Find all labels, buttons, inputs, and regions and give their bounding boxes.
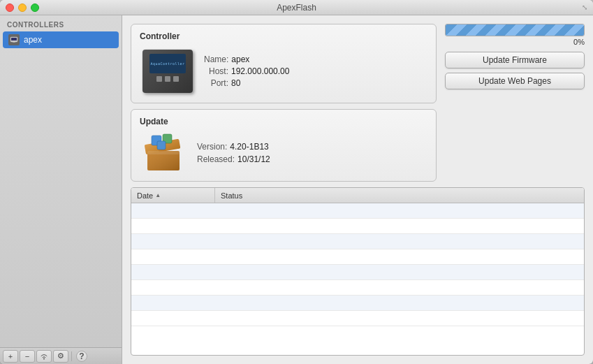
log-row xyxy=(131,296,584,311)
app-window: ApexFlash ⤡ CONTROLLERS apex xyxy=(0,0,593,364)
log-table: Date ▲ Status xyxy=(131,187,585,356)
gear-icon: ⚙ xyxy=(57,351,64,361)
port-label: Port: xyxy=(204,78,228,88)
device-btn-3 xyxy=(173,76,179,82)
device-screen: AquaController xyxy=(149,54,186,73)
update-info: Version: 4.20-1B13 Released: 10/31/12 xyxy=(197,142,270,164)
log-table-body xyxy=(131,203,584,355)
wifi-button[interactable] xyxy=(36,350,52,363)
progress-container: 0% xyxy=(445,24,585,46)
info-row-host: Host: 192.000.000.00 xyxy=(204,66,289,76)
top-section: Controller AquaController xyxy=(131,24,585,182)
progress-bar xyxy=(445,24,585,36)
device-btn-2 xyxy=(165,76,170,82)
controller-info: Name: apex Host: 192.000.000.00 Port: 80 xyxy=(204,54,289,88)
sidebar: CONTROLLERS apex + − xyxy=(0,15,122,364)
controller-icon: AquaController xyxy=(140,47,196,96)
right-panel: 0% Update Firmware Update Web Pages xyxy=(445,24,585,89)
host-value: 192.000.000.00 xyxy=(231,66,289,76)
update-row-version: Version: 4.20-1B13 xyxy=(197,142,270,152)
port-value: 80 xyxy=(231,78,240,88)
device-buttons xyxy=(156,76,179,82)
main-layout: CONTROLLERS apex + − xyxy=(0,15,593,364)
progress-percent: 0% xyxy=(573,38,585,46)
sidebar-item-apex[interactable]: apex xyxy=(3,31,119,48)
add-controller-button[interactable]: + xyxy=(3,350,18,363)
log-row xyxy=(131,311,584,326)
controller-panel: Controller AquaController xyxy=(131,24,437,103)
minimize-button[interactable] xyxy=(18,3,27,12)
log-col-date-header[interactable]: Date ▲ xyxy=(131,188,215,203)
package-icon xyxy=(143,133,185,173)
version-value: 4.20-1B13 xyxy=(230,142,268,152)
wifi-icon xyxy=(40,353,48,360)
log-table-header: Date ▲ Status xyxy=(131,188,584,203)
update-row-released: Released: 10/31/12 xyxy=(197,154,270,164)
device-image: AquaController xyxy=(142,50,193,93)
toolbar-separator xyxy=(71,351,72,361)
log-row xyxy=(131,249,584,265)
svg-rect-10 xyxy=(157,141,166,150)
device-icon xyxy=(8,34,20,45)
settings-button[interactable]: ⚙ xyxy=(53,350,68,363)
update-panel-title: Update xyxy=(140,117,427,126)
maximize-button[interactable] xyxy=(31,3,39,12)
svg-rect-1 xyxy=(11,38,17,41)
name-value: apex xyxy=(231,54,249,64)
version-label: Version: xyxy=(197,142,227,152)
close-button[interactable] xyxy=(6,3,14,12)
log-col-status-header[interactable]: Status xyxy=(215,188,584,203)
help-button[interactable]: ? xyxy=(76,351,87,362)
sidebar-toolbar: + − ⚙ ? xyxy=(0,347,122,364)
sidebar-item-label: apex xyxy=(24,35,42,45)
window-controls xyxy=(6,3,39,12)
sidebar-header: CONTROLLERS xyxy=(0,15,122,31)
resize-icon: ⤡ xyxy=(582,3,587,11)
log-row xyxy=(131,203,584,219)
info-row-name: Name: apex xyxy=(204,54,289,64)
title-bar: ApexFlash ⤡ xyxy=(0,0,593,15)
update-firmware-button[interactable]: Update Firmware xyxy=(445,52,585,68)
sort-arrow-icon: ▲ xyxy=(155,192,161,198)
action-buttons: Update Firmware Update Web Pages xyxy=(445,52,585,89)
content-area: Controller AquaController xyxy=(122,15,593,364)
window-title: ApexFlash xyxy=(277,3,316,13)
log-row xyxy=(131,234,584,249)
update-panel: Update xyxy=(131,109,437,182)
update-panel-content: Version: 4.20-1B13 Released: 10/31/12 xyxy=(140,132,427,174)
left-panels: Controller AquaController xyxy=(131,24,437,182)
controller-panel-content: AquaController xyxy=(140,47,427,96)
name-label: Name: xyxy=(204,54,228,64)
device-btn-1 xyxy=(156,76,162,82)
info-row-port: Port: 80 xyxy=(204,78,289,88)
remove-controller-button[interactable]: − xyxy=(20,350,35,363)
controller-panel-title: Controller xyxy=(140,31,427,41)
update-web-pages-button[interactable]: Update Web Pages xyxy=(445,73,585,89)
released-label: Released: xyxy=(197,154,235,164)
progress-bar-fill xyxy=(446,24,584,36)
log-row xyxy=(131,280,584,296)
released-value: 10/31/12 xyxy=(237,154,270,164)
svg-rect-11 xyxy=(147,151,180,154)
log-row xyxy=(131,265,584,280)
update-icon xyxy=(140,132,189,174)
log-row xyxy=(131,219,584,234)
host-label: Host: xyxy=(204,66,228,76)
